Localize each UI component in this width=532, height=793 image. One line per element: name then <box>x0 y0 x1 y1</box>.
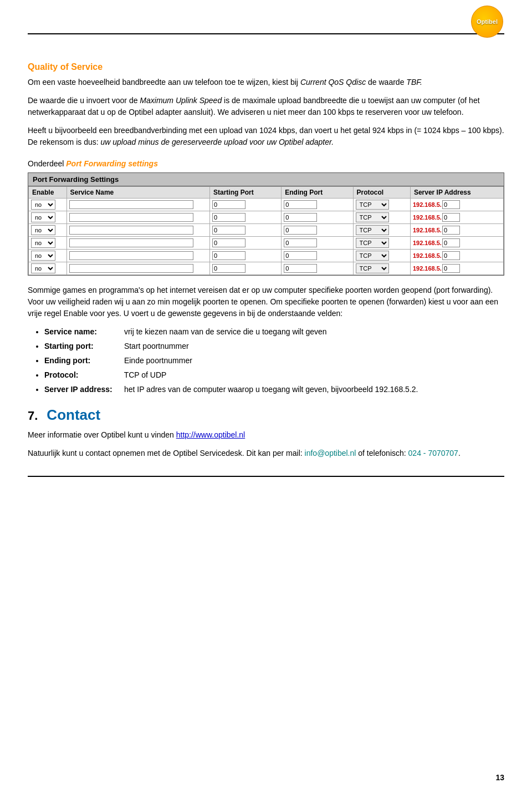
startport-input[interactable] <box>212 264 245 273</box>
td-startport <box>210 237 282 250</box>
ip-cell: 192.168.5. <box>413 226 501 235</box>
bullet-text-ending: Einde poortnummer <box>124 356 192 365</box>
qos-qdisc: Qdisc <box>346 78 366 87</box>
ip-last-input[interactable] <box>442 200 460 209</box>
ip-last-input[interactable] <box>442 264 460 273</box>
td-endport <box>282 237 353 250</box>
enable-select[interactable]: noyes <box>31 212 55 222</box>
pf-table: Enable Service Name Starting Port Ending… <box>28 186 504 275</box>
td-startport <box>210 224 282 237</box>
table-row: noyesTCPUDP192.168.5. <box>29 237 504 250</box>
protocol-select[interactable]: TCPUDP <box>356 263 389 273</box>
bullet-text-starting: Start poortnummer <box>124 342 189 350</box>
td-enable: noyes <box>29 211 67 224</box>
table-row: noyesTCPUDP192.168.5. <box>29 224 504 237</box>
qos-para3: Heeft u bijvoorbeeld een breedbandverbin… <box>28 125 504 148</box>
service-input[interactable] <box>69 226 194 235</box>
footer-divider <box>28 476 504 477</box>
endport-input[interactable] <box>284 264 317 273</box>
contact-para1-prefix: Meer informatie over Optibel kunt u vind… <box>28 430 176 439</box>
bullet-label-serverip: Server IP address: <box>44 384 122 395</box>
bullet-text-protocol: TCP of UDP <box>124 370 167 379</box>
td-endport <box>282 224 353 237</box>
td-startport <box>210 211 282 224</box>
contact-section: 7. Contact Meer informatie over Optibel … <box>28 406 504 459</box>
contact-para2-middle: of telefonisch: <box>356 449 408 458</box>
table-row: noyesTCPUDP192.168.5. <box>29 262 504 275</box>
service-input[interactable] <box>69 264 194 273</box>
logo-area: Optibel <box>471 6 504 39</box>
th-endport: Ending Port <box>282 187 353 199</box>
ip-cell: 192.168.5. <box>413 213 501 222</box>
endport-input[interactable] <box>284 226 317 235</box>
protocol-select[interactable]: TCPUDP <box>356 212 389 222</box>
startport-input[interactable] <box>212 200 245 209</box>
service-input[interactable] <box>69 238 194 247</box>
ip-prefix: 192.168.5. <box>413 240 442 246</box>
th-startport: Starting Port <box>210 187 282 199</box>
td-protocol: TCPUDP <box>353 250 410 262</box>
header-divider <box>28 33 504 34</box>
protocol-select[interactable]: TCPUDP <box>356 200 389 210</box>
td-enable: noyes <box>29 224 67 237</box>
protocol-select[interactable]: TCPUDP <box>356 238 389 248</box>
contact-email[interactable]: info@optibel.nl <box>305 449 356 458</box>
endport-input[interactable] <box>284 200 317 209</box>
bullet-text-serverip: het IP adres van de computer waarop u to… <box>124 385 418 394</box>
td-service <box>66 237 210 250</box>
ip-last-input[interactable] <box>442 251 460 260</box>
contact-heading: 7. Contact <box>28 406 504 424</box>
td-protocol: TCPUDP <box>353 224 410 237</box>
logo-text: Optibel <box>477 18 498 25</box>
td-service <box>66 250 210 262</box>
contact-title: Contact <box>47 406 100 424</box>
th-service: Service Name <box>66 187 210 199</box>
enable-select[interactable]: noyes <box>31 251 55 261</box>
service-input[interactable] <box>69 213 194 222</box>
contact-link[interactable]: http://www.optibel.nl <box>176 430 245 439</box>
ip-last-input[interactable] <box>442 226 460 235</box>
protocol-select[interactable]: TCPUDP <box>356 251 389 261</box>
contact-phone: 024 - 7070707 <box>408 449 458 458</box>
endport-input[interactable] <box>284 251 317 260</box>
td-startport <box>210 250 282 262</box>
enable-select[interactable]: noyes <box>31 263 55 273</box>
startport-input[interactable] <box>212 238 245 247</box>
ip-last-input[interactable] <box>442 238 460 247</box>
pf-section: Onderdeel Port Forwarding settings Port … <box>28 159 504 395</box>
protocol-select[interactable]: TCPUDP <box>356 225 389 235</box>
table-row: noyesTCPUDP192.168.5. <box>29 250 504 262</box>
td-endport <box>282 199 353 211</box>
th-protocol: Protocol <box>353 187 410 199</box>
enable-select[interactable]: noyes <box>31 238 55 248</box>
td-serverip: 192.168.5. <box>410 262 503 275</box>
bullet-label-protocol: Protocol: <box>44 369 122 381</box>
enable-select[interactable]: noyes <box>31 225 55 235</box>
list-item: Ending port: Einde poortnummer <box>44 355 504 367</box>
td-endport <box>282 250 353 262</box>
qos-max-uplink: Maximum Uplink Speed <box>140 96 222 105</box>
bullet-label-starting: Starting port: <box>44 340 122 352</box>
td-serverip: 192.168.5. <box>410 199 503 211</box>
service-input[interactable] <box>69 251 194 260</box>
pf-desc-para1: Sommige games en programma's op het inte… <box>28 284 504 319</box>
startport-input[interactable] <box>212 226 245 235</box>
pf-bullet-list: Service name: vrij te kiezen naam van de… <box>44 326 504 395</box>
enable-select[interactable]: noyes <box>31 200 55 210</box>
list-item: Protocol: TCP of UDP <box>44 369 504 381</box>
td-endport <box>282 262 353 275</box>
bullet-label-ending: Ending port: <box>44 355 122 367</box>
endport-input[interactable] <box>284 238 317 247</box>
ip-last-input[interactable] <box>442 213 460 222</box>
startport-input[interactable] <box>212 213 245 222</box>
table-row: noyesTCPUDP192.168.5. <box>29 211 504 224</box>
pf-subsection-label: Onderdeel Port Forwarding settings <box>28 159 504 168</box>
pf-table-wrapper: Port Forwarding Settings Enable Service … <box>28 172 504 276</box>
endport-input[interactable] <box>284 213 317 222</box>
table-header-row: Enable Service Name Starting Port Ending… <box>29 187 504 199</box>
ip-prefix: 192.168.5. <box>413 265 442 272</box>
startport-input[interactable] <box>212 251 245 260</box>
service-input[interactable] <box>69 200 194 209</box>
ip-cell: 192.168.5. <box>413 264 501 273</box>
optibel-logo: Optibel <box>471 6 503 38</box>
